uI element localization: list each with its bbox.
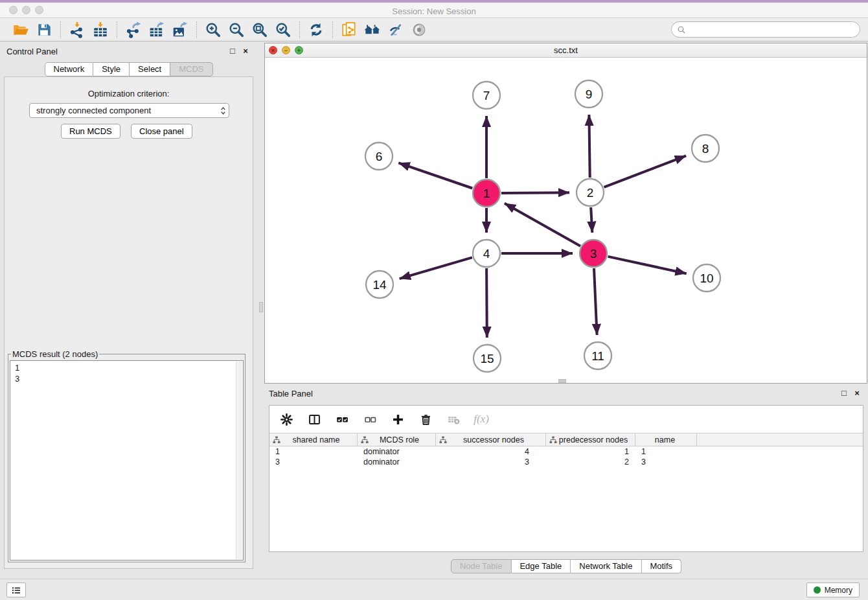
tab-node-table[interactable]: Node Table [451, 559, 512, 573]
cell[interactable]: dominator [358, 457, 436, 467]
column-header-MCDS-role[interactable]: MCDS role [358, 433, 436, 446]
table-row[interactable]: 1dominator411 [269, 446, 863, 457]
split-view-icon[interactable] [306, 411, 322, 427]
tab-motifs[interactable]: Motifs [641, 559, 681, 573]
node-table: f(x) shared nameMCDS rolesuccessor nodes… [269, 405, 863, 552]
export-image-icon[interactable] [170, 20, 190, 40]
node-3[interactable]: 3 [580, 240, 607, 267]
node-label: 8 [702, 142, 709, 156]
cell[interactable]: 1 [546, 446, 635, 457]
save-session-icon[interactable] [34, 20, 54, 40]
session-title: Session: New Session [0, 5, 868, 18]
edge-4-14[interactable] [400, 257, 472, 279]
unselect-all-icon[interactable] [362, 411, 378, 427]
tab-mcds[interactable]: MCDS [170, 62, 212, 76]
node-label: 4 [483, 247, 490, 260]
clone-network-icon[interactable] [339, 20, 360, 40]
edge-3-10[interactable] [608, 257, 687, 273]
zoom-selected-icon[interactable] [273, 20, 293, 40]
edge-4-15[interactable] [486, 268, 487, 338]
import-table-icon[interactable] [90, 20, 111, 40]
cell[interactable]: 3 [635, 457, 697, 467]
edge-2-9[interactable] [589, 115, 589, 178]
edge-2-8[interactable] [604, 156, 687, 187]
close-panel-button[interactable]: Close panel [131, 124, 192, 139]
node-8[interactable]: 8 [692, 135, 719, 162]
tab-network-table[interactable]: Network Table [571, 559, 641, 573]
edge-1-2[interactable] [501, 192, 569, 193]
memory-button[interactable]: Memory [806, 583, 860, 597]
export-network-icon[interactable] [123, 20, 144, 40]
column-header-predecessor-nodes[interactable]: predecessor nodes [546, 433, 635, 446]
table-body: 1dominator4113dominator323 [269, 446, 863, 467]
select-all-icon[interactable] [334, 411, 350, 427]
tab-select[interactable]: Select [130, 62, 170, 76]
zoom-out-icon[interactable] [226, 20, 247, 40]
settings-icon[interactable] [279, 411, 294, 427]
houses-icon[interactable] [362, 20, 383, 40]
close-panel-icon[interactable]: × [240, 46, 251, 56]
close-table-panel-icon[interactable]: × [852, 388, 862, 398]
import-network-icon[interactable] [67, 20, 87, 40]
table-panel: Table Panel □ × f(x) shared nameMCDS rol… [264, 386, 868, 575]
cell[interactable]: dominator [358, 446, 436, 457]
edge-3-11[interactable] [594, 268, 597, 335]
zoom-in-icon[interactable] [203, 20, 223, 40]
add-row-icon[interactable] [390, 411, 405, 427]
float-table-panel-icon[interactable]: □ [839, 388, 849, 398]
node-4[interactable]: 4 [473, 240, 500, 267]
node-11[interactable]: 11 [584, 342, 611, 369]
refresh-network-icon[interactable] [306, 20, 326, 40]
zoom-fit-icon[interactable] [249, 20, 270, 40]
search-input[interactable] [690, 23, 854, 36]
eye-icon[interactable] [409, 20, 429, 40]
chevron-up-down-icon [220, 106, 227, 116]
node-7[interactable]: 7 [473, 82, 500, 109]
task-history-button[interactable] [6, 583, 26, 597]
node-1[interactable]: 1 [473, 179, 500, 207]
mcds-panel: Optimization criterion: strongly connect… [4, 76, 253, 569]
column-header-successor-nodes[interactable]: successor nodes [436, 433, 546, 446]
cell[interactable]: 2 [546, 457, 635, 467]
node-label: 14 [372, 278, 387, 292]
tab-style[interactable]: Style [93, 62, 130, 76]
toolbar-separator [196, 21, 197, 38]
cell[interactable]: 4 [436, 446, 546, 457]
search-box [671, 21, 860, 38]
edge-2-3[interactable] [591, 207, 592, 233]
table-row[interactable]: 3dominator323 [269, 457, 863, 467]
node-2[interactable]: 2 [577, 179, 604, 206]
optimization-criterion-select[interactable]: strongly connected component [29, 103, 229, 118]
vertical-splitter-handle[interactable] [259, 302, 263, 312]
node-9[interactable]: 9 [575, 80, 602, 108]
control-panel: Control Panel □ × NetworkStyleSelectMCDS… [0, 43, 257, 570]
node-14[interactable]: 14 [366, 271, 393, 298]
edge-3-1[interactable] [505, 203, 580, 246]
float-panel-icon[interactable]: □ [227, 46, 238, 56]
export-table-icon[interactable] [146, 20, 167, 40]
result-scrollbar[interactable] [236, 362, 242, 559]
cell[interactable]: 1 [635, 446, 697, 457]
table-header-row: shared nameMCDS rolesuccessor nodesprede… [269, 433, 863, 446]
cell[interactable]: 3 [436, 457, 546, 467]
node-10[interactable]: 10 [693, 264, 720, 292]
cell[interactable]: 1 [269, 446, 358, 457]
tab-network[interactable]: Network [44, 62, 93, 76]
selected-criterion: strongly connected component [36, 106, 151, 115]
delete-row-icon[interactable] [418, 411, 433, 427]
edge-1-6[interactable] [398, 163, 472, 188]
run-mcds-button[interactable]: Run MCDS [61, 124, 120, 139]
node-15[interactable]: 15 [474, 345, 501, 372]
tab-edge-table[interactable]: Edge Table [511, 559, 571, 573]
optimization-criterion-label: Optimization criterion: [5, 89, 253, 98]
network-canvas[interactable]: 7968124314101511 [265, 58, 867, 383]
mcds-result-text[interactable]: 13 [10, 360, 244, 560]
open-session-icon[interactable] [10, 20, 31, 40]
node-6[interactable]: 6 [365, 143, 393, 170]
result-line: 1 [15, 362, 243, 373]
eye-slash-icon[interactable] [385, 20, 406, 40]
column-header-shared-name[interactable]: shared name [269, 433, 358, 446]
column-header-name[interactable]: name [635, 433, 697, 446]
cell[interactable]: 3 [269, 457, 358, 467]
horizontal-splitter-handle[interactable] [558, 379, 566, 383]
